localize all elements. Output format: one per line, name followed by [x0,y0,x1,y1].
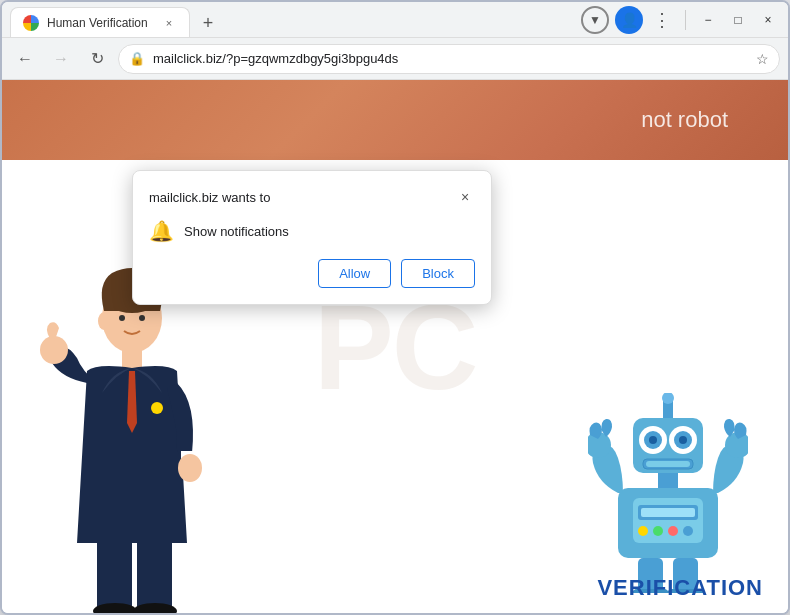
svg-point-3 [139,315,145,321]
title-bar: Human Verification × + ▼ 👤 ⋮ − □ × [2,2,788,38]
tab-title: Human Verification [47,16,153,30]
forward-button[interactable]: → [46,44,76,74]
svg-rect-11 [137,533,172,613]
svg-point-34 [683,526,693,536]
back-button[interactable]: ← [10,44,40,74]
svg-point-32 [653,526,663,536]
chrome-menu-button[interactable]: ⋮ [649,9,675,31]
navigation-bar: ← → ↻ 🔒 mailclick.biz/?p=gzqwmzdbgy5gi3b… [2,38,788,80]
svg-rect-26 [658,473,678,488]
svg-rect-25 [646,461,690,467]
svg-point-14 [151,402,163,414]
browser-window: Human Verification × + ▼ 👤 ⋮ − □ × ← → ↻… [0,0,790,615]
lock-icon: 🔒 [129,51,145,66]
permission-popup: mailclick.biz wants to × 🔔 Show notifica… [132,170,492,305]
robot-illustration [588,393,748,593]
notification-row: 🔔 Show notifications [149,219,475,243]
page-banner: not robot [2,80,788,160]
bookmark-star-icon[interactable]: ☆ [756,51,769,67]
divider [685,10,686,30]
minimize-button[interactable]: − [696,8,720,32]
popup-buttons: Allow Block [149,259,475,288]
page-content: not robot PC [2,80,788,613]
close-window-button[interactable]: × [756,8,780,32]
svg-point-23 [679,436,687,444]
bell-icon: 🔔 [149,219,174,243]
block-button[interactable]: Block [401,259,475,288]
popup-header: mailclick.biz wants to × [149,187,475,207]
svg-point-33 [668,526,678,536]
allow-button[interactable]: Allow [318,259,391,288]
banner-text: not robot [641,107,728,133]
maximize-button[interactable]: □ [726,8,750,32]
popup-close-button[interactable]: × [455,187,475,207]
svg-rect-10 [97,533,132,613]
address-bar[interactable]: 🔒 mailclick.biz/?p=gzqwmzdbgy5gi3bpgu4ds… [118,44,780,74]
svg-point-31 [638,526,648,536]
active-tab[interactable]: Human Verification × [10,7,190,37]
svg-rect-28 [633,498,703,543]
new-tab-button[interactable]: + [194,9,222,37]
svg-point-9 [178,454,202,482]
notification-label: Show notifications [184,224,289,239]
download-icon[interactable]: ▼ [581,6,609,34]
svg-point-4 [98,312,110,330]
svg-point-22 [649,436,657,444]
reload-button[interactable]: ↻ [82,44,112,74]
person-illustration [22,263,242,613]
popup-title: mailclick.biz wants to [149,190,270,205]
svg-point-2 [119,315,125,321]
tab-close-button[interactable]: × [161,15,177,31]
svg-rect-30 [641,508,695,517]
verification-label: VERIFICATION [597,575,763,601]
tab-favicon [23,15,39,31]
url-text: mailclick.biz/?p=gzqwmzdbgy5gi3bpgu4ds [153,51,748,66]
tab-area: Human Verification × + [10,2,575,37]
profile-avatar[interactable]: 👤 [615,6,643,34]
